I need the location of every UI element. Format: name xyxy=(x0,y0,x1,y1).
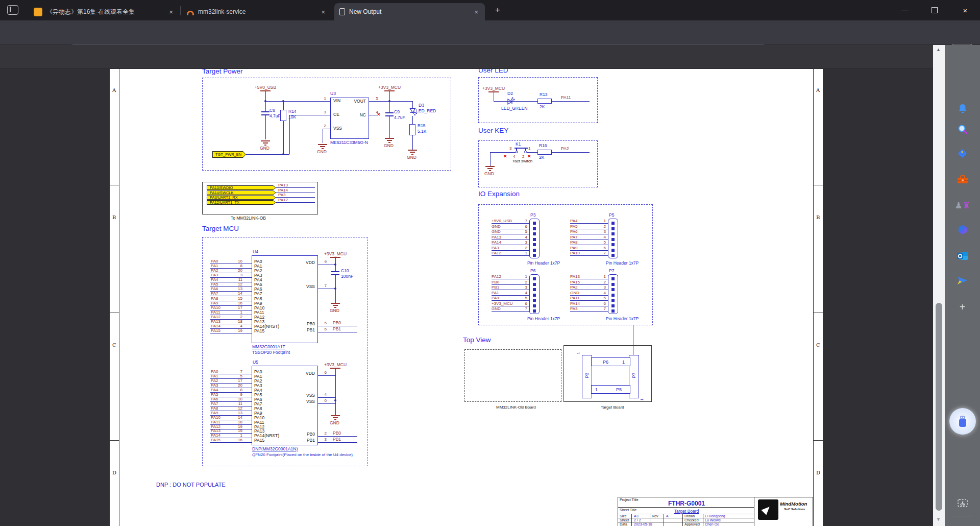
u3-pin-name: CE xyxy=(333,112,339,117)
header-pin-square xyxy=(533,294,536,297)
r15-resistor xyxy=(409,124,415,135)
wire xyxy=(265,101,266,111)
paper-plane-icon xyxy=(957,275,969,286)
wire xyxy=(318,375,335,376)
u3-pin-name: VIN xyxy=(333,99,340,104)
sheet-title-label: Sheet Title xyxy=(620,508,636,512)
games-icon: ♟♜ xyxy=(954,201,970,210)
wire xyxy=(318,332,357,332)
gnd-bar xyxy=(333,305,338,306)
close-button[interactable]: × xyxy=(950,0,980,20)
sidebar-item-search[interactable] xyxy=(945,119,980,139)
project-title-value: FTHR-G0001 xyxy=(638,500,735,507)
swd-flag: PA14/SWCLK xyxy=(207,190,276,195)
u5-footprint: QFN20 Footprint(Placed on the inside of … xyxy=(252,452,353,457)
net-label: PB0 xyxy=(492,280,499,284)
topview-pin1: 1 xyxy=(622,360,625,365)
topview-p7-label: P7 xyxy=(631,370,636,380)
pin-number: 6 xyxy=(318,327,327,331)
sidebar-item-screenshot[interactable] xyxy=(945,493,980,513)
pin-number: 2 xyxy=(318,431,327,436)
wire xyxy=(210,333,252,333)
topview-pin1: 1 xyxy=(576,352,580,354)
header-pin-square xyxy=(533,238,536,241)
pin-number: 5 xyxy=(598,240,606,245)
u3-pin-name: VSS xyxy=(333,126,342,131)
wire xyxy=(323,101,330,102)
pin-number: 5 xyxy=(234,374,242,378)
pin-number: 2 xyxy=(234,315,242,319)
title-block-line xyxy=(813,497,813,526)
browser-titlebar: 《异物志》第16集-在线观看全集 × mm32link-service × Ne… xyxy=(0,0,980,20)
mindmotion-brand-sub: SoC Solutions xyxy=(784,508,805,511)
net-3v3-mcu: +3V3_MCU xyxy=(320,362,351,367)
net-label: PA14 xyxy=(211,324,220,328)
header-pin-square xyxy=(611,249,615,252)
header-pin-square xyxy=(533,309,536,313)
wire xyxy=(335,275,336,289)
sheet-value: 2 / 2 xyxy=(634,518,641,522)
net-label: PA11 xyxy=(570,296,579,300)
vidhub-favicon xyxy=(34,8,42,16)
sidebar-item-drop[interactable] xyxy=(945,271,980,291)
toolbox-icon xyxy=(957,174,969,185)
c10-ref: C10 xyxy=(341,269,349,274)
wire xyxy=(412,135,413,150)
pin-number: 14 xyxy=(234,291,242,296)
scroll-up-icon[interactable]: ▲ xyxy=(936,47,941,52)
net-pa11: PA11 xyxy=(561,95,571,101)
section-title-user-key: User KEY xyxy=(478,127,508,135)
net-label: PA15 xyxy=(570,280,580,284)
sidebar-item-outlook[interactable] xyxy=(945,246,980,266)
tab-mm32link-service[interactable]: mm32link-service × xyxy=(182,3,332,20)
net-label: PA8 xyxy=(570,240,578,245)
net-label: PA6 xyxy=(570,229,578,234)
sidebar-item-shopping[interactable] xyxy=(945,144,980,164)
pin-number: 5 xyxy=(598,296,606,300)
p3-ref: P3 xyxy=(530,213,535,218)
p6-ref: P6 xyxy=(530,269,535,274)
u4-footprint: TSSOP20 Footprint xyxy=(252,350,290,355)
net-label: PA10 xyxy=(211,415,220,420)
sidebar-item-add[interactable]: + xyxy=(945,297,980,317)
r16-value: 2K xyxy=(539,155,544,160)
net-label: PA12 xyxy=(492,274,501,279)
sidebar-item-games[interactable]: ♟♜ xyxy=(945,195,980,216)
sidebar-item-microsoft-365[interactable] xyxy=(945,220,980,240)
tab-close-icon[interactable]: × xyxy=(473,8,480,16)
scroll-down-icon[interactable]: ▼ xyxy=(936,517,941,522)
sheet-border-tick xyxy=(814,313,823,313)
pin-number: 4 xyxy=(519,235,527,240)
header-pin-square xyxy=(533,288,536,291)
microsoft-365-icon xyxy=(957,224,968,235)
minimize-button[interactable]: — xyxy=(890,0,920,20)
net-label: PA13 xyxy=(211,319,220,324)
sidebar-item-open-external[interactable] xyxy=(945,521,980,526)
net-label: PA13 xyxy=(211,428,220,433)
pin-number: 8 xyxy=(234,264,242,268)
pin-number: 6 xyxy=(519,224,527,229)
r14-ref: R14 xyxy=(288,109,297,114)
mindmotion-logo xyxy=(758,499,778,520)
pin-number: 15 xyxy=(234,428,242,433)
chip-pin-name: VSS xyxy=(300,393,315,398)
gnd-symbol xyxy=(318,144,327,145)
pin-header-footprint: Pin Header 1x7P xyxy=(606,317,639,322)
pdf-scrollbar[interactable]: ▲ ▼ xyxy=(933,45,945,526)
sidebar-item-usb-device[interactable] xyxy=(945,411,980,432)
pin-number: 2 xyxy=(519,280,527,284)
net-label: PA1 xyxy=(211,264,218,268)
scrollbar-thumb[interactable] xyxy=(936,303,942,511)
new-tab-button[interactable]: + xyxy=(491,4,504,16)
tab-actions-button[interactable] xyxy=(7,5,18,15)
sidebar-item-tools[interactable] xyxy=(945,170,980,190)
pin-number: 5 xyxy=(519,229,527,234)
tab-close-icon[interactable]: × xyxy=(320,8,327,16)
tab-video-site[interactable]: 《异物志》第16集-在线观看全集 × xyxy=(29,3,180,20)
maximize-button[interactable] xyxy=(920,0,949,20)
pin-number: 4 xyxy=(519,291,527,295)
tab-close-icon[interactable]: × xyxy=(167,8,175,16)
tab-new-output[interactable]: New Output × xyxy=(334,3,485,20)
sidebar-item-notifications[interactable] xyxy=(945,99,980,119)
net-label: PB1 xyxy=(333,327,341,332)
